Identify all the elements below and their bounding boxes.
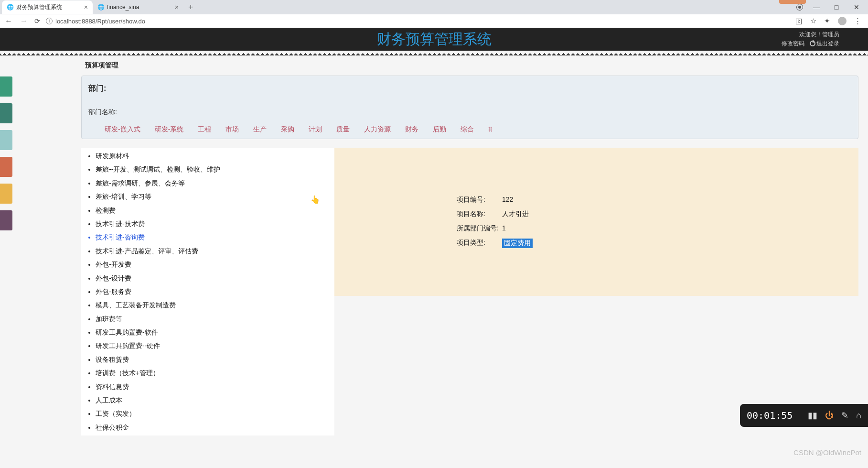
welcome-text: 欢迎您！管理员 — [778, 30, 839, 39]
side-color-tab[interactable] — [0, 103, 12, 123]
window-controls: — □ ✕ — [796, 3, 868, 11]
zigzag-divider — [0, 51, 868, 55]
stop-button[interactable]: ⏻ — [825, 411, 834, 421]
main-content: 预算项管理 部门: 部门名称: 研发-嵌入式研发-系统工程市场生产采购计划质量人… — [81, 55, 858, 435]
list-item[interactable]: 检测费 — [96, 205, 334, 216]
account-circle-icon[interactable] — [796, 4, 803, 11]
logout-link[interactable]: 退出登录 — [810, 40, 839, 47]
detail-row: 项目类型:固定费用 — [457, 239, 858, 248]
dept-tab[interactable]: 研发-系统 — [155, 125, 184, 134]
browser-chrome: 🌐财务预算管理系统×🌐finance_sina× + — □ ✕ ← → ⟳ i… — [0, 0, 868, 28]
detail-value: 122 — [502, 196, 513, 204]
change-password-link[interactable]: 修改密码 — [782, 40, 804, 47]
tab-strip: 🌐财务预算管理系统×🌐finance_sina× + — □ ✕ — [0, 0, 868, 14]
maximize-button[interactable]: □ — [830, 3, 843, 11]
home-button[interactable]: ⌂ — [856, 411, 861, 421]
list-item[interactable]: 技术引进-咨询费 — [96, 232, 334, 242]
detail-row: 项目名称:人才引进 — [457, 210, 858, 218]
dept-tab[interactable]: 人力资源 — [364, 125, 391, 134]
decoration-badge — [779, 0, 806, 4]
side-color-tab[interactable] — [0, 130, 12, 150]
dept-tab[interactable]: 生产 — [253, 125, 267, 134]
bookmark-star-icon[interactable]: ☆ — [810, 17, 816, 25]
close-tab-icon[interactable]: × — [175, 3, 179, 11]
list-item[interactable]: 社保公积金 — [96, 422, 334, 433]
address-bar[interactable]: i localhost:8888/Rpt/user/show.do — [46, 18, 790, 25]
budget-item-list: 研发原材料差旅--开发、测试调试、检测、验收、维护差旅-需求调研、参展、会务等差… — [81, 148, 334, 435]
nav-back-button[interactable]: ← — [4, 17, 13, 25]
list-item[interactable]: 培训费（技术+管理） — [96, 368, 334, 378]
list-item[interactable]: 外包-开发费 — [96, 259, 334, 270]
tab-title: finance_sina — [107, 4, 139, 11]
extensions-icon[interactable]: ✦ — [824, 17, 830, 25]
detail-label: 项目类型: — [457, 239, 502, 248]
dept-section-label: 部门: — [88, 84, 851, 94]
department-tabs: 研发-嵌入式研发-系统工程市场生产采购计划质量人力资源财务后勤综合tt — [88, 125, 851, 134]
list-item[interactable]: 工资（实发） — [96, 408, 334, 419]
close-window-button[interactable]: ✕ — [850, 3, 863, 11]
side-color-tab[interactable] — [0, 210, 12, 230]
detail-label: 项目编号: — [457, 196, 502, 204]
tab-title: 财务预算管理系统 — [16, 3, 62, 11]
dept-tab[interactable]: 市场 — [225, 125, 239, 134]
list-item[interactable]: 外包-设计费 — [96, 273, 334, 283]
dept-tab[interactable]: 财务 — [405, 125, 418, 134]
globe-icon: 🌐 — [7, 4, 13, 11]
kebab-menu-icon[interactable]: ⋮ — [854, 17, 861, 25]
watermark: CSDN @OldWinePot — [793, 448, 861, 457]
side-color-tab[interactable] — [0, 157, 12, 177]
dept-tab[interactable]: 综合 — [461, 125, 474, 134]
detail-label: 所属部门编号: — [457, 224, 502, 233]
key-icon[interactable]: ⚿ — [795, 17, 803, 25]
list-item[interactable]: 差旅-需求调研、参展、会务等 — [96, 178, 334, 188]
detail-label: 项目名称: — [457, 210, 502, 218]
list-item[interactable]: 差旅--开发、测试调试、检测、验收、维护 — [96, 164, 334, 174]
minimize-button[interactable]: — — [810, 3, 823, 11]
content-row: 研发原材料差旅--开发、测试调试、检测、验收、维护差旅-需求调研、参展、会务等差… — [81, 148, 858, 435]
app-header: 财务预算管理系统 欢迎您！管理员 修改密码 退出登录 — [0, 28, 868, 51]
side-color-tab[interactable] — [0, 184, 12, 204]
list-item[interactable]: 资料信息费 — [96, 381, 334, 392]
close-tab-icon[interactable]: × — [84, 3, 88, 11]
list-item[interactable]: 差旅-培训、学习等 — [96, 191, 334, 202]
detail-row: 项目编号:122 — [457, 196, 858, 204]
new-tab-button[interactable]: + — [183, 2, 198, 12]
list-item[interactable]: 研发原材料 — [96, 151, 334, 161]
edit-button[interactable]: ✎ — [841, 410, 848, 421]
list-item[interactable]: 外包-服务费 — [96, 286, 334, 297]
list-item[interactable]: 研发工具购置费-软件 — [96, 327, 334, 337]
dept-name-label: 部门名称: — [88, 108, 851, 117]
header-user-area: 欢迎您！管理员 修改密码 退出登录 — [778, 30, 868, 48]
dept-tab[interactable]: 研发-嵌入式 — [105, 125, 140, 134]
recorder-timer: 00:01:55 — [747, 410, 793, 421]
list-item[interactable]: 人工成本 — [96, 395, 334, 405]
list-item[interactable]: 研发工具购置费--硬件 — [96, 340, 334, 351]
nav-forward-button[interactable]: → — [19, 17, 29, 25]
side-color-tabs — [0, 76, 12, 237]
dept-tab[interactable]: tt — [488, 125, 492, 134]
dept-tab[interactable]: 质量 — [336, 125, 350, 134]
detail-row: 所属部门编号:1 — [457, 224, 858, 233]
item-detail-panel: 项目编号:122项目名称:人才引进所属部门编号:1项目类型:固定费用 — [334, 148, 858, 296]
reload-button[interactable]: ⟳ — [34, 17, 40, 25]
department-panel: 部门: 部门名称: 研发-嵌入式研发-系统工程市场生产采购计划质量人力资源财务后… — [81, 76, 858, 139]
dept-tab[interactable]: 工程 — [198, 125, 211, 134]
power-icon — [810, 41, 815, 46]
side-color-tab[interactable] — [0, 76, 12, 97]
detail-value: 1 — [502, 224, 506, 233]
browser-tab[interactable]: 🌐财务预算管理系统× — [2, 0, 93, 14]
profile-avatar-icon[interactable] — [838, 17, 847, 25]
dept-tab[interactable]: 采购 — [281, 125, 294, 134]
browser-tab[interactable]: 🌐finance_sina× — [93, 0, 183, 14]
dept-tab[interactable]: 后勤 — [433, 125, 446, 134]
address-bar-row: ← → ⟳ i localhost:8888/Rpt/user/show.do … — [0, 14, 868, 28]
dept-tab[interactable]: 计划 — [309, 125, 322, 134]
list-item[interactable]: 加班费等 — [96, 314, 334, 324]
pause-button[interactable]: ▮▮ — [808, 410, 817, 421]
list-item[interactable]: 模具、工艺装备开发制造费 — [96, 300, 334, 310]
list-item[interactable]: 技术引进-产品鉴定、评审、评估费 — [96, 246, 334, 256]
list-item[interactable]: 技术引进-技术费 — [96, 218, 334, 229]
list-item[interactable]: 设备租赁费 — [96, 354, 334, 365]
site-info-icon[interactable]: i — [46, 18, 53, 24]
url-text: localhost:8888/Rpt/user/show.do — [55, 18, 145, 25]
